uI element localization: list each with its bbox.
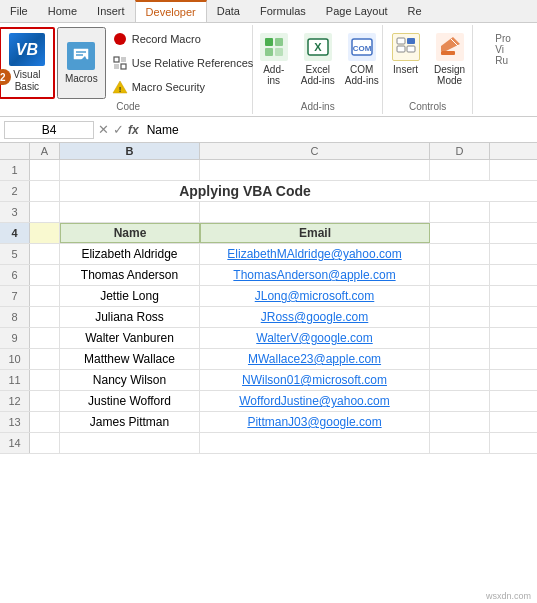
- cell-c14[interactable]: [200, 433, 430, 453]
- cell-c9[interactable]: WalterV@google.com: [200, 328, 430, 348]
- cell-c1[interactable]: [200, 160, 430, 180]
- cell-d8[interactable]: [430, 307, 490, 327]
- cell-d14[interactable]: [430, 433, 490, 453]
- cell-c10[interactable]: MWallace23@apple.com: [200, 349, 430, 369]
- cell-b8[interactable]: Juliana Ross: [60, 307, 200, 327]
- cell-b5[interactable]: Elizabeth Aldridge: [60, 244, 200, 264]
- col-header-b[interactable]: B: [60, 143, 200, 159]
- cell-c12[interactable]: WoffordJustine@yahoo.com: [200, 391, 430, 411]
- confirm-formula-icon[interactable]: ✓: [113, 122, 124, 137]
- cell-b1[interactable]: [60, 160, 200, 180]
- cell-d7[interactable]: [430, 286, 490, 306]
- cell-a10[interactable]: [30, 349, 60, 369]
- svg-rect-7: [121, 57, 126, 62]
- row-num-12: 12: [0, 391, 30, 411]
- cell-a12[interactable]: [30, 391, 60, 411]
- tab-developer[interactable]: Developer: [135, 0, 207, 22]
- cell-a2[interactable]: [30, 181, 60, 201]
- cell-b4-header[interactable]: Name: [60, 223, 200, 243]
- cell-b13[interactable]: James Pittman: [60, 412, 200, 432]
- cell-a14[interactable]: [30, 433, 60, 453]
- insert-icon: [392, 33, 420, 61]
- cell-d11[interactable]: [430, 370, 490, 390]
- tab-data[interactable]: Data: [207, 0, 250, 22]
- macro-security-label: Macro Security: [132, 81, 205, 93]
- cell-b7[interactable]: Jettie Long: [60, 286, 200, 306]
- small-ribbon-buttons: Record Macro Use Relative References: [108, 27, 258, 99]
- tab-formulas[interactable]: Formulas: [250, 0, 316, 22]
- macro-security-button[interactable]: ! Macro Security: [108, 77, 258, 97]
- cell-a9[interactable]: [30, 328, 60, 348]
- cell-c3[interactable]: [200, 202, 430, 222]
- cell-b9[interactable]: Walter Vanburen: [60, 328, 200, 348]
- cell-d9[interactable]: [430, 328, 490, 348]
- cell-a13[interactable]: [30, 412, 60, 432]
- controls-group-label: Controls: [409, 99, 446, 112]
- table-row: 14: [0, 433, 537, 454]
- row-num-corner: [0, 143, 30, 159]
- cell-a4[interactable]: [30, 223, 60, 243]
- cell-c6[interactable]: ThomasAnderson@apple.com: [200, 265, 430, 285]
- tab-home[interactable]: Home: [38, 0, 87, 22]
- cell-a1[interactable]: [30, 160, 60, 180]
- cell-d10[interactable]: [430, 349, 490, 369]
- design-mode-icon: [436, 33, 464, 61]
- cell-b2[interactable]: Applying VBA Code: [60, 181, 430, 201]
- cell-c11[interactable]: NWilson01@microsoft.com: [200, 370, 430, 390]
- tab-page-layout[interactable]: Page Layout: [316, 0, 398, 22]
- name-box[interactable]: [4, 121, 94, 139]
- column-headers: A B C D: [0, 143, 537, 160]
- insert-function-icon[interactable]: fx: [128, 123, 139, 137]
- row-num-5: 5: [0, 244, 30, 264]
- addins-icon: [260, 33, 288, 61]
- cell-b6[interactable]: Thomas Anderson: [60, 265, 200, 285]
- record-icon: [112, 31, 128, 47]
- cell-b3[interactable]: [60, 202, 200, 222]
- excel-addins-button[interactable]: X ExcelAdd-ins: [298, 33, 338, 86]
- cell-a6[interactable]: [30, 265, 60, 285]
- cell-d1[interactable]: [430, 160, 490, 180]
- cell-a5[interactable]: [30, 244, 60, 264]
- cell-d12[interactable]: [430, 391, 490, 411]
- tab-more[interactable]: Re: [398, 0, 432, 22]
- formula-input[interactable]: [143, 122, 533, 138]
- col-header-d[interactable]: D: [430, 143, 490, 159]
- insert-button[interactable]: Insert: [386, 33, 426, 75]
- cell-c5[interactable]: ElizabethMAldridge@yahoo.com: [200, 244, 430, 264]
- record-macro-button[interactable]: Record Macro: [108, 29, 258, 49]
- cell-a7[interactable]: [30, 286, 60, 306]
- excel-addins-icon: X: [304, 33, 332, 61]
- svg-rect-13: [275, 48, 283, 56]
- design-mode-button[interactable]: DesignMode: [430, 33, 470, 86]
- svg-rect-0: [73, 48, 89, 60]
- visual-basic-button[interactable]: VB VisualBasic: [0, 27, 55, 99]
- cell-c7[interactable]: JLong@microsoft.com: [200, 286, 430, 306]
- cell-c4-header[interactable]: Email: [200, 223, 430, 243]
- cell-a11[interactable]: [30, 370, 60, 390]
- cell-b11[interactable]: Nancy Wilson: [60, 370, 200, 390]
- cell-d4[interactable]: [430, 223, 490, 243]
- col-header-a[interactable]: A: [30, 143, 60, 159]
- tab-insert[interactable]: Insert: [87, 0, 135, 22]
- col-header-c[interactable]: C: [200, 143, 430, 159]
- cell-d5[interactable]: [430, 244, 490, 264]
- use-relative-button[interactable]: Use Relative References: [108, 53, 258, 73]
- visual-basic-wrapper: VB VisualBasic 2: [0, 27, 55, 99]
- cell-a8[interactable]: [30, 307, 60, 327]
- cancel-formula-icon[interactable]: ✕: [98, 122, 109, 137]
- cell-b12[interactable]: Justine Wofford: [60, 391, 200, 411]
- watermark: wsxdn.com: [486, 591, 531, 601]
- com-addins-button[interactable]: COM COMAdd-ins: [342, 33, 382, 86]
- cell-d13[interactable]: [430, 412, 490, 432]
- cell-c13[interactable]: PittmanJ03@google.com: [200, 412, 430, 432]
- cell-b10[interactable]: Matthew Wallace: [60, 349, 200, 369]
- cell-b14[interactable]: [60, 433, 200, 453]
- addins-button[interactable]: Add-ins: [254, 33, 294, 86]
- cell-d6[interactable]: [430, 265, 490, 285]
- cell-d3[interactable]: [430, 202, 490, 222]
- table-row: 10 Matthew Wallace MWallace23@apple.com: [0, 349, 537, 370]
- cell-a3[interactable]: [30, 202, 60, 222]
- tab-file[interactable]: File: [0, 0, 38, 22]
- cell-c8[interactable]: JRoss@google.com: [200, 307, 430, 327]
- macros-button[interactable]: Macros: [57, 27, 106, 99]
